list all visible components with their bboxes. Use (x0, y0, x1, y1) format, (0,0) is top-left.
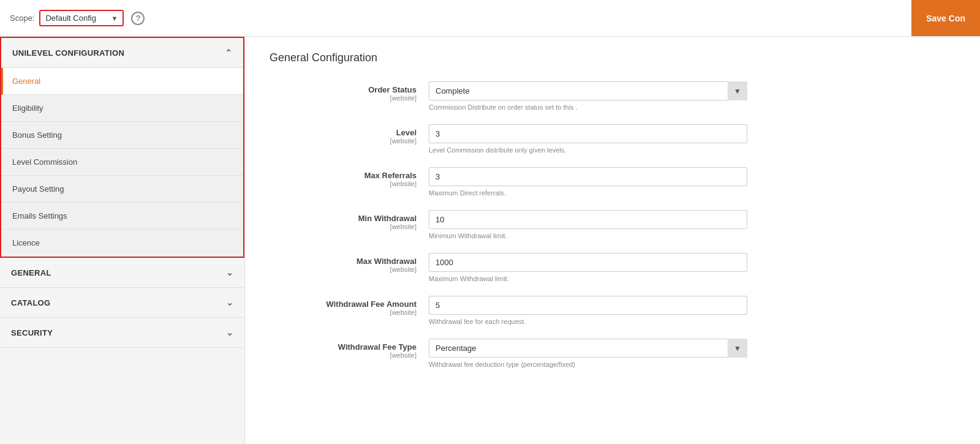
field-row-order-status: Order Status [website] Complete Pending … (270, 81, 956, 111)
input-withdrawal-fee-amount[interactable] (429, 296, 747, 315)
section-title: General Configuration (270, 51, 956, 64)
sidebar-item-emails-settings[interactable]: Emails Settings (1, 203, 243, 230)
field-label-max-withdrawal: Max Withdrawal (270, 257, 417, 266)
field-sublabel-withdrawal-fee-amount: [website] (270, 309, 417, 316)
sidebar-item-general[interactable]: General (1, 68, 243, 95)
field-group-max-withdrawal: Maximum Withdrawal limit. (429, 253, 747, 282)
chevron-down-icon: ▼ (111, 15, 118, 22)
sidebar-items-unilevel: General Eligibility Bonus Setting Level … (1, 68, 243, 257)
save-config-button[interactable]: Save Con (911, 0, 980, 36)
field-label-max-referrals: Max Referrals (270, 171, 417, 180)
select-wrapper-withdrawal-fee-type[interactable]: Percentage Fixed ▼ (429, 339, 747, 358)
field-group-min-withdrawal: Minimum Withdrawal limit. (429, 210, 747, 239)
field-sublabel-max-withdrawal: [website] (270, 266, 417, 273)
sidebar-section-security: SECURITY ⌄ (0, 318, 244, 348)
sidebar-section-label-general: GENERAL (11, 268, 51, 277)
sidebar-item-payout-setting[interactable]: Payout Setting (1, 176, 243, 203)
label-group-max-referrals: Max Referrals [website] (270, 167, 429, 187)
select-wrapper-order-status[interactable]: Complete Pending Processing Closed ▼ (429, 81, 747, 100)
label-group-withdrawal-fee-amount: Withdrawal Fee Amount [website] (270, 296, 429, 316)
hint-min-withdrawal: Minimum Withdrawal limit. (429, 232, 747, 239)
field-row-withdrawal-fee-type: Withdrawal Fee Type [website] Percentage… (270, 339, 956, 368)
label-group-min-withdrawal: Min Withdrawal [website] (270, 210, 429, 230)
field-group-level: Level Commission distribute only given l… (429, 124, 747, 154)
sidebar-item-level-commission[interactable]: Level Commission (1, 149, 243, 176)
sidebar-section-catalog: CATALOG ⌄ (0, 288, 244, 318)
scope-select-wrapper[interactable]: Default Config Website Store View ▼ (39, 10, 124, 26)
field-label-min-withdrawal: Min Withdrawal (270, 214, 417, 223)
field-group-withdrawal-fee-amount: Withdrawal fee for each request. (429, 296, 747, 325)
sidebar-section-header-unilevel[interactable]: UNILEVEL CONFIGURATION ⌃ (1, 38, 243, 68)
field-sublabel-withdrawal-fee-type: [website] (270, 352, 417, 359)
sidebar: UNILEVEL CONFIGURATION ⌃ General Eligibi… (0, 37, 245, 444)
field-group-withdrawal-fee-type: Percentage Fixed ▼ Withdrawal fee deduct… (429, 339, 747, 368)
input-level[interactable] (429, 124, 747, 143)
field-group-order-status: Complete Pending Processing Closed ▼ Com… (429, 81, 747, 111)
sidebar-section-header-catalog[interactable]: CATALOG ⌄ (0, 288, 244, 317)
field-sublabel-order-status: [website] (270, 94, 417, 102)
sidebar-section-header-general[interactable]: GENERAL ⌄ (0, 258, 244, 287)
main-layout: UNILEVEL CONFIGURATION ⌃ General Eligibi… (0, 37, 980, 444)
input-max-withdrawal[interactable] (429, 253, 747, 272)
top-bar: Scope: Default Config Website Store View… (0, 0, 980, 37)
sidebar-item-bonus-setting[interactable]: Bonus Setting (1, 122, 243, 149)
hint-withdrawal-fee-type: Withdrawal fee deduction type (percentag… (429, 361, 747, 368)
sidebar-section-label-catalog: CATALOG (11, 298, 50, 307)
expand-icon-security: ⌄ (226, 328, 233, 337)
sidebar-section-header-security[interactable]: SECURITY ⌄ (0, 318, 244, 347)
field-label-withdrawal-fee-amount: Withdrawal Fee Amount (270, 299, 417, 309)
sidebar-section-general: GENERAL ⌄ (0, 258, 244, 288)
sidebar-item-eligibility[interactable]: Eligibility (1, 95, 243, 122)
input-max-referrals[interactable] (429, 167, 747, 186)
scope-label: Scope: (10, 13, 34, 23)
label-group-order-status: Order Status [website] (270, 81, 429, 102)
field-row-min-withdrawal: Min Withdrawal [website] Minimum Withdra… (270, 210, 956, 239)
label-group-max-withdrawal: Max Withdrawal [website] (270, 253, 429, 273)
field-label-level: Level (270, 128, 417, 137)
help-icon[interactable]: ? (131, 12, 145, 25)
field-row-max-withdrawal: Max Withdrawal [website] Maximum Withdra… (270, 253, 956, 282)
select-withdrawal-fee-type[interactable]: Percentage Fixed (429, 339, 747, 358)
field-label-withdrawal-fee-type: Withdrawal Fee Type (270, 342, 417, 352)
hint-withdrawal-fee-amount: Withdrawal fee for each request. (429, 318, 747, 325)
field-row-max-referrals: Max Referrals [website] Maximum Direct r… (270, 167, 956, 197)
input-min-withdrawal[interactable] (429, 210, 747, 229)
field-row-level: Level [website] Level Commission distrib… (270, 124, 956, 154)
select-order-status[interactable]: Complete Pending Processing Closed (429, 81, 747, 100)
field-sublabel-max-referrals: [website] (270, 180, 417, 187)
field-sublabel-level: [website] (270, 137, 417, 145)
field-label-order-status: Order Status (270, 85, 417, 94)
sidebar-section-unilevel: UNILEVEL CONFIGURATION ⌃ General Eligibi… (0, 37, 244, 258)
collapse-icon-unilevel: ⌃ (225, 48, 232, 58)
hint-max-referrals: Maximum Direct referrals. (429, 189, 747, 197)
hint-level: Level Commission distribute only given l… (429, 146, 747, 154)
field-group-max-referrals: Maximum Direct referrals. (429, 167, 747, 197)
hint-order-status: Commission Distribute on order status se… (429, 103, 747, 111)
sidebar-section-label-unilevel: UNILEVEL CONFIGURATION (12, 48, 124, 58)
scope-select[interactable]: Default Config Website Store View (45, 13, 108, 23)
expand-icon-general: ⌄ (226, 268, 233, 277)
sidebar-section-label-security: SECURITY (11, 328, 53, 337)
label-group-withdrawal-fee-type: Withdrawal Fee Type [website] (270, 339, 429, 359)
hint-max-withdrawal: Maximum Withdrawal limit. (429, 275, 747, 282)
field-sublabel-min-withdrawal: [website] (270, 223, 417, 230)
content-area: General Configuration Order Status [webs… (245, 37, 980, 444)
label-group-level: Level [website] (270, 124, 429, 145)
sidebar-item-licence[interactable]: Licence (1, 230, 243, 257)
field-row-withdrawal-fee-amount: Withdrawal Fee Amount [website] Withdraw… (270, 296, 956, 325)
expand-icon-catalog: ⌄ (226, 298, 233, 307)
